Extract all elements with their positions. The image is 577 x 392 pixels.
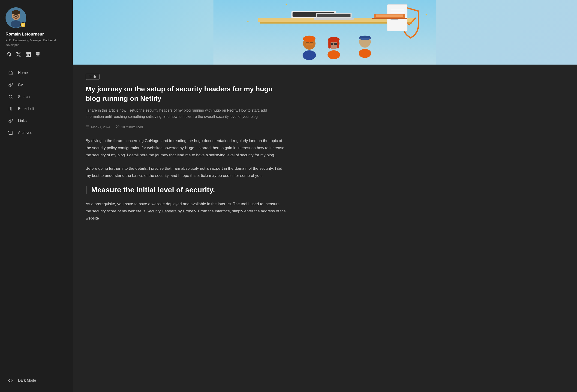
sidebar-nav: Home CV Search <box>5 67 67 370</box>
dark-mode-toggle[interactable]: Dark Mode <box>5 374 67 387</box>
sidebar-bottom: Dark Mode <box>5 370 67 387</box>
hero-illustration: ✦ ✦ ✦ <box>73 0 577 65</box>
article-body-paragraph-2: Before going further into the details, I… <box>86 165 286 179</box>
sidebar-item-cv[interactable]: CV <box>5 79 67 91</box>
svg-point-21 <box>303 50 316 60</box>
article-container: Tech My journey on the setup of security… <box>73 65 299 242</box>
coffee-icon[interactable] <box>35 51 41 58</box>
svg-text:✦: ✦ <box>285 2 288 6</box>
hero-image: ✦ ✦ ✦ <box>73 0 577 65</box>
article-body: By diving in the forum concerning GoHugo… <box>86 137 286 222</box>
article-read-time-meta: 10 minute read <box>116 125 143 129</box>
svg-rect-45 <box>376 15 403 17</box>
dark-mode-label: Dark Mode <box>18 378 36 383</box>
svg-rect-9 <box>8 131 13 132</box>
svg-rect-46 <box>372 18 407 19</box>
sidebar-item-bookshelf-label: Bookshelf <box>18 107 34 111</box>
profile-section: ☀ Romain Letourneur PhD, Engineering Man… <box>5 7 67 58</box>
svg-point-34 <box>359 49 371 58</box>
article-date: Mar 21, 2024 <box>91 125 110 129</box>
article-read-time: 10 minute read <box>121 125 143 129</box>
svg-rect-37 <box>314 18 354 20</box>
search-icon <box>8 94 13 100</box>
article-meta: Mar 21, 2024 10 minute read <box>86 125 286 129</box>
svg-rect-25 <box>328 40 331 49</box>
sidebar-item-home-label: Home <box>18 71 28 75</box>
article-tag[interactable]: Tech <box>86 74 100 80</box>
links-icon <box>8 118 13 124</box>
sidebar-item-bookshelf[interactable]: Bookshelf <box>5 103 67 115</box>
article-summary: I share in this article how I setup the … <box>86 107 286 120</box>
svg-point-30 <box>327 50 340 59</box>
profile-description: PhD, Engineering Manager, Back-end devel… <box>5 38 67 47</box>
bookshelf-icon <box>8 106 13 112</box>
profile-name: Romain Letourneur <box>5 32 67 37</box>
article-body-paragraph-1: By diving in the forum concerning GoHugo… <box>86 137 286 159</box>
svg-point-3 <box>12 10 20 15</box>
svg-text:✦: ✦ <box>425 13 428 16</box>
main-content: ✦ ✦ ✦ Tech My journey on the setup of se… <box>73 0 577 392</box>
svg-point-22 <box>303 35 316 42</box>
github-icon[interactable] <box>5 51 12 58</box>
svg-rect-36 <box>317 14 351 17</box>
sidebar-item-search-label: Search <box>18 95 30 99</box>
section-heading: Measure the initial level of security. <box>91 186 286 194</box>
home-icon <box>8 70 13 76</box>
sun-icon: ☀ <box>20 22 26 28</box>
security-headers-link[interactable]: Security Headers by Probely <box>146 209 196 213</box>
svg-text:✦: ✦ <box>247 20 249 23</box>
svg-point-11 <box>10 380 11 381</box>
sidebar-item-cv-label: CV <box>18 83 23 87</box>
linkedin-icon[interactable] <box>25 51 31 58</box>
article-title: My journey on the setup of security head… <box>86 84 286 103</box>
sidebar: ☀ Romain Letourneur PhD, Engineering Man… <box>0 0 73 392</box>
clock-icon <box>116 125 120 129</box>
article-date-meta: Mar 21, 2024 <box>86 125 110 129</box>
svg-rect-50 <box>86 126 89 128</box>
svg-point-1 <box>11 20 21 28</box>
sidebar-item-links-label: Links <box>18 119 27 123</box>
article-body-paragraph-3: As a prerequisite, you have to have a we… <box>86 201 286 222</box>
svg-rect-33 <box>360 36 370 38</box>
sidebar-item-links[interactable]: Links <box>5 115 67 127</box>
svg-rect-27 <box>331 43 333 45</box>
sidebar-item-archives-label: Archives <box>18 131 32 135</box>
avatar-wrapper: ☀ <box>5 7 26 28</box>
svg-rect-26 <box>337 40 339 49</box>
svg-point-7 <box>9 95 12 98</box>
svg-line-8 <box>11 98 12 99</box>
sidebar-item-search[interactable]: Search <box>5 91 67 103</box>
sidebar-item-home[interactable]: Home <box>5 67 67 79</box>
svg-rect-28 <box>334 43 337 45</box>
archives-icon <box>8 130 13 135</box>
calendar-icon <box>86 125 89 129</box>
dark-mode-icon <box>8 378 13 383</box>
twitter-icon[interactable] <box>15 51 22 58</box>
social-icons <box>5 51 67 58</box>
section-heading-container: Measure the initial level of security. <box>86 186 286 194</box>
cv-icon <box>8 82 13 88</box>
sidebar-item-archives[interactable]: Archives <box>5 127 67 139</box>
